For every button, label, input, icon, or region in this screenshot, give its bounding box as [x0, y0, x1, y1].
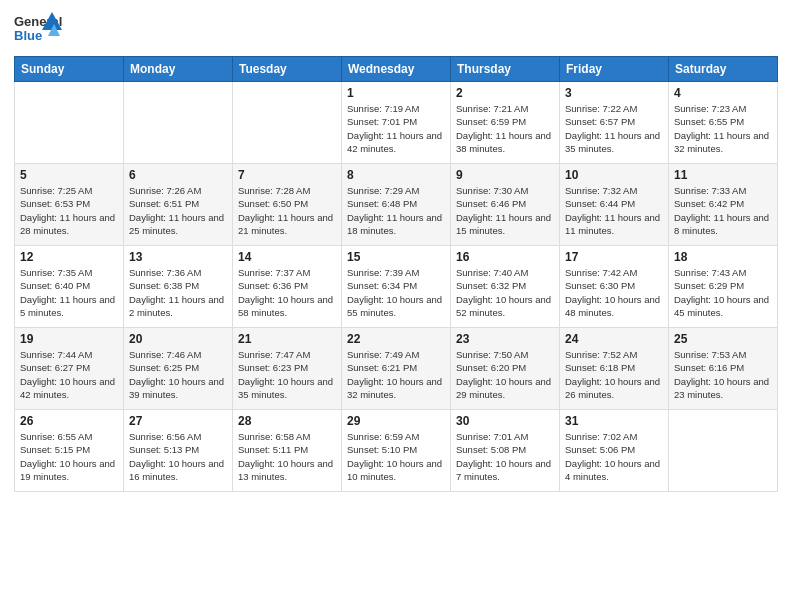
calendar-cell: 6Sunrise: 7:26 AM Sunset: 6:51 PM Daylig…: [124, 164, 233, 246]
day-info: Sunrise: 7:44 AM Sunset: 6:27 PM Dayligh…: [20, 348, 118, 401]
logo: General Blue: [14, 10, 62, 48]
calendar-cell: 29Sunrise: 6:59 AM Sunset: 5:10 PM Dayli…: [342, 410, 451, 492]
day-info: Sunrise: 6:59 AM Sunset: 5:10 PM Dayligh…: [347, 430, 445, 483]
calendar-cell: 20Sunrise: 7:46 AM Sunset: 6:25 PM Dayli…: [124, 328, 233, 410]
day-number: 10: [565, 168, 663, 182]
day-number: 29: [347, 414, 445, 428]
day-info: Sunrise: 7:30 AM Sunset: 6:46 PM Dayligh…: [456, 184, 554, 237]
day-number: 4: [674, 86, 772, 100]
calendar-week-row: 5Sunrise: 7:25 AM Sunset: 6:53 PM Daylig…: [15, 164, 778, 246]
day-number: 14: [238, 250, 336, 264]
day-info: Sunrise: 7:01 AM Sunset: 5:08 PM Dayligh…: [456, 430, 554, 483]
day-number: 5: [20, 168, 118, 182]
day-info: Sunrise: 7:50 AM Sunset: 6:20 PM Dayligh…: [456, 348, 554, 401]
day-number: 11: [674, 168, 772, 182]
day-info: Sunrise: 7:52 AM Sunset: 6:18 PM Dayligh…: [565, 348, 663, 401]
svg-text:Blue: Blue: [14, 28, 42, 43]
day-info: Sunrise: 7:28 AM Sunset: 6:50 PM Dayligh…: [238, 184, 336, 237]
calendar-cell: 11Sunrise: 7:33 AM Sunset: 6:42 PM Dayli…: [669, 164, 778, 246]
day-info: Sunrise: 7:36 AM Sunset: 6:38 PM Dayligh…: [129, 266, 227, 319]
weekday-header: Sunday: [15, 57, 124, 82]
calendar-header-row: SundayMondayTuesdayWednesdayThursdayFrid…: [15, 57, 778, 82]
day-number: 27: [129, 414, 227, 428]
weekday-header: Friday: [560, 57, 669, 82]
weekday-header: Tuesday: [233, 57, 342, 82]
day-info: Sunrise: 7:33 AM Sunset: 6:42 PM Dayligh…: [674, 184, 772, 237]
day-info: Sunrise: 7:19 AM Sunset: 7:01 PM Dayligh…: [347, 102, 445, 155]
day-info: Sunrise: 7:46 AM Sunset: 6:25 PM Dayligh…: [129, 348, 227, 401]
day-number: 3: [565, 86, 663, 100]
calendar-cell: 15Sunrise: 7:39 AM Sunset: 6:34 PM Dayli…: [342, 246, 451, 328]
day-info: Sunrise: 7:35 AM Sunset: 6:40 PM Dayligh…: [20, 266, 118, 319]
day-info: Sunrise: 6:55 AM Sunset: 5:15 PM Dayligh…: [20, 430, 118, 483]
day-number: 28: [238, 414, 336, 428]
day-info: Sunrise: 7:21 AM Sunset: 6:59 PM Dayligh…: [456, 102, 554, 155]
day-number: 19: [20, 332, 118, 346]
day-number: 8: [347, 168, 445, 182]
day-info: Sunrise: 7:47 AM Sunset: 6:23 PM Dayligh…: [238, 348, 336, 401]
calendar-cell: 2Sunrise: 7:21 AM Sunset: 6:59 PM Daylig…: [451, 82, 560, 164]
day-number: 13: [129, 250, 227, 264]
day-number: 21: [238, 332, 336, 346]
calendar-week-row: 19Sunrise: 7:44 AM Sunset: 6:27 PM Dayli…: [15, 328, 778, 410]
calendar-cell: 12Sunrise: 7:35 AM Sunset: 6:40 PM Dayli…: [15, 246, 124, 328]
day-number: 20: [129, 332, 227, 346]
calendar-cell: [124, 82, 233, 164]
calendar-cell: 5Sunrise: 7:25 AM Sunset: 6:53 PM Daylig…: [15, 164, 124, 246]
calendar-cell: 22Sunrise: 7:49 AM Sunset: 6:21 PM Dayli…: [342, 328, 451, 410]
calendar-cell: 3Sunrise: 7:22 AM Sunset: 6:57 PM Daylig…: [560, 82, 669, 164]
calendar-cell: 30Sunrise: 7:01 AM Sunset: 5:08 PM Dayli…: [451, 410, 560, 492]
day-info: Sunrise: 7:23 AM Sunset: 6:55 PM Dayligh…: [674, 102, 772, 155]
day-number: 15: [347, 250, 445, 264]
day-number: 1: [347, 86, 445, 100]
calendar-cell: 14Sunrise: 7:37 AM Sunset: 6:36 PM Dayli…: [233, 246, 342, 328]
calendar-cell: 24Sunrise: 7:52 AM Sunset: 6:18 PM Dayli…: [560, 328, 669, 410]
day-number: 17: [565, 250, 663, 264]
day-info: Sunrise: 6:58 AM Sunset: 5:11 PM Dayligh…: [238, 430, 336, 483]
calendar-week-row: 26Sunrise: 6:55 AM Sunset: 5:15 PM Dayli…: [15, 410, 778, 492]
day-number: 23: [456, 332, 554, 346]
calendar-week-row: 1Sunrise: 7:19 AM Sunset: 7:01 PM Daylig…: [15, 82, 778, 164]
calendar-cell: 7Sunrise: 7:28 AM Sunset: 6:50 PM Daylig…: [233, 164, 342, 246]
day-info: Sunrise: 7:22 AM Sunset: 6:57 PM Dayligh…: [565, 102, 663, 155]
day-info: Sunrise: 7:53 AM Sunset: 6:16 PM Dayligh…: [674, 348, 772, 401]
calendar-cell: 9Sunrise: 7:30 AM Sunset: 6:46 PM Daylig…: [451, 164, 560, 246]
page-header: General Blue: [14, 10, 778, 48]
day-number: 31: [565, 414, 663, 428]
calendar-cell: 8Sunrise: 7:29 AM Sunset: 6:48 PM Daylig…: [342, 164, 451, 246]
day-number: 12: [20, 250, 118, 264]
calendar-cell: 23Sunrise: 7:50 AM Sunset: 6:20 PM Dayli…: [451, 328, 560, 410]
calendar-cell: 17Sunrise: 7:42 AM Sunset: 6:30 PM Dayli…: [560, 246, 669, 328]
calendar-cell: 10Sunrise: 7:32 AM Sunset: 6:44 PM Dayli…: [560, 164, 669, 246]
day-number: 18: [674, 250, 772, 264]
day-number: 16: [456, 250, 554, 264]
weekday-header: Thursday: [451, 57, 560, 82]
day-info: Sunrise: 7:32 AM Sunset: 6:44 PM Dayligh…: [565, 184, 663, 237]
calendar-cell: 19Sunrise: 7:44 AM Sunset: 6:27 PM Dayli…: [15, 328, 124, 410]
day-number: 25: [674, 332, 772, 346]
calendar-cell: 18Sunrise: 7:43 AM Sunset: 6:29 PM Dayli…: [669, 246, 778, 328]
day-number: 24: [565, 332, 663, 346]
day-info: Sunrise: 7:43 AM Sunset: 6:29 PM Dayligh…: [674, 266, 772, 319]
day-number: 22: [347, 332, 445, 346]
day-number: 30: [456, 414, 554, 428]
day-info: Sunrise: 7:37 AM Sunset: 6:36 PM Dayligh…: [238, 266, 336, 319]
day-number: 2: [456, 86, 554, 100]
calendar-cell: 26Sunrise: 6:55 AM Sunset: 5:15 PM Dayli…: [15, 410, 124, 492]
day-info: Sunrise: 7:40 AM Sunset: 6:32 PM Dayligh…: [456, 266, 554, 319]
calendar-cell: [233, 82, 342, 164]
calendar-cell: 16Sunrise: 7:40 AM Sunset: 6:32 PM Dayli…: [451, 246, 560, 328]
calendar-cell: 25Sunrise: 7:53 AM Sunset: 6:16 PM Dayli…: [669, 328, 778, 410]
weekday-header: Wednesday: [342, 57, 451, 82]
calendar-cell: 13Sunrise: 7:36 AM Sunset: 6:38 PM Dayli…: [124, 246, 233, 328]
logo-icon: General Blue: [14, 10, 62, 48]
calendar-cell: 31Sunrise: 7:02 AM Sunset: 5:06 PM Dayli…: [560, 410, 669, 492]
day-info: Sunrise: 7:29 AM Sunset: 6:48 PM Dayligh…: [347, 184, 445, 237]
day-number: 6: [129, 168, 227, 182]
calendar-cell: [15, 82, 124, 164]
day-number: 26: [20, 414, 118, 428]
day-info: Sunrise: 6:56 AM Sunset: 5:13 PM Dayligh…: [129, 430, 227, 483]
day-info: Sunrise: 7:26 AM Sunset: 6:51 PM Dayligh…: [129, 184, 227, 237]
calendar-cell: 21Sunrise: 7:47 AM Sunset: 6:23 PM Dayli…: [233, 328, 342, 410]
day-info: Sunrise: 7:39 AM Sunset: 6:34 PM Dayligh…: [347, 266, 445, 319]
